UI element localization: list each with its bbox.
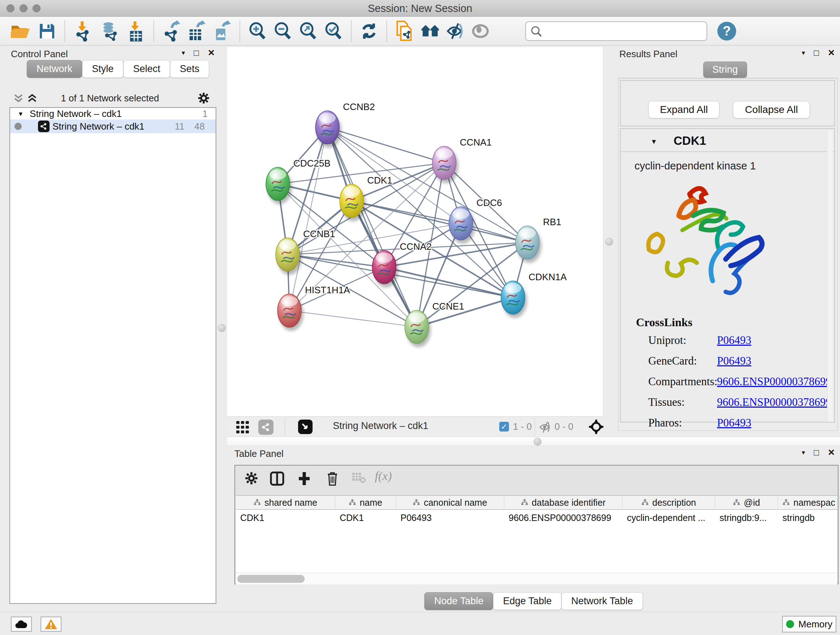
edge-CCNE1-CDKN1A[interactable]: [417, 298, 513, 327]
edge-CCNB2-CCNA1[interactable]: [327, 127, 444, 163]
open-session-button[interactable]: [10, 20, 30, 42]
network-node-count: 11: [175, 121, 185, 132]
search-input[interactable]: [525, 21, 707, 41]
network-overview-button[interactable]: [420, 20, 441, 42]
clone-network-button[interactable]: [394, 20, 415, 42]
cell-6[interactable]: stringdb: [778, 510, 840, 525]
edge-CCNB2-HIST1H1A[interactable]: [289, 127, 327, 310]
column-header-4[interactable]: description: [622, 496, 715, 509]
selected-checkbox-icon[interactable]: ✓: [499, 422, 509, 432]
tab-select[interactable]: Select: [123, 60, 170, 78]
left-splitter-handle[interactable]: [218, 324, 226, 332]
zoom-out-button[interactable]: [273, 20, 293, 42]
cell-1[interactable]: CDK1: [335, 510, 396, 525]
network-collection-row[interactable]: ▾ String Network – cdk1 1: [10, 108, 216, 119]
node-CDKN1A[interactable]: CDKN1A: [501, 272, 567, 318]
zoom-fit-button[interactable]: [298, 20, 318, 42]
string-network-graph[interactable]: CCNB2CCNA1CDC25BCDK1CDC6RB1CCNB1CCNA2CDK…: [227, 47, 603, 416]
cell-2[interactable]: P06493: [396, 510, 504, 525]
node-CDC6[interactable]: CDC6: [449, 197, 502, 244]
column-header-0[interactable]: shared name: [236, 496, 335, 509]
delete-column-icon[interactable]: [326, 471, 339, 486]
left-splitter[interactable]: [216, 47, 227, 440]
tab-style[interactable]: Style: [82, 60, 123, 78]
panel-float-icon[interactable]: ▾: [802, 448, 805, 457]
save-session-button[interactable]: [37, 20, 57, 42]
edge-CCNE1-HIST1H1A[interactable]: [289, 310, 417, 327]
expand-all-button[interactable]: Expand All: [648, 101, 720, 119]
edge-CCNB2-CCNE1[interactable]: [327, 127, 417, 327]
gene-caret-icon[interactable]: ▾: [652, 137, 656, 146]
network-view-canvas[interactable]: CCNB2CCNA1CDC25BCDK1CDC6RB1CCNB1CCNA2CDK…: [227, 47, 603, 416]
refresh-view-button[interactable]: [359, 20, 379, 42]
zoom-in-button[interactable]: [248, 20, 268, 42]
panel-maximize-icon[interactable]: □: [813, 49, 819, 57]
crosslink-link-2[interactable]: 9606.ENSP00000378699: [717, 375, 831, 388]
column-header-2[interactable]: canonical name: [396, 496, 504, 509]
cell-4[interactable]: cyclin-dependent ...: [622, 510, 715, 525]
node-RB1[interactable]: RB1: [515, 217, 561, 263]
fit-selection-crosshair-icon[interactable]: [589, 420, 603, 434]
table-row[interactable]: CDK1CDK1P064939606.ENSP00000378699cyclin…: [236, 510, 837, 525]
export-image-button[interactable]: [212, 20, 232, 42]
tab-node-table[interactable]: Node Table: [424, 592, 493, 610]
network-row[interactable]: String Network – cdk1 11 48: [10, 119, 216, 133]
crosslink-link-4[interactable]: P06493: [717, 416, 752, 429]
table-horizontal-scrollbar[interactable]: [236, 573, 837, 584]
panel-close-icon[interactable]: ✕: [208, 49, 215, 57]
zoom-selected-button[interactable]: [324, 20, 344, 42]
column-header-1[interactable]: name: [335, 496, 396, 509]
grid-view-icon[interactable]: [236, 421, 251, 434]
cloud-button[interactable]: [11, 616, 32, 632]
network-badge-icon[interactable]: [258, 420, 273, 435]
panel-float-icon[interactable]: ▾: [802, 49, 805, 57]
column-header-5[interactable]: @id: [715, 496, 778, 509]
network-options-gear-icon[interactable]: [197, 92, 210, 104]
node-CCNA1[interactable]: CCNA1: [432, 137, 492, 183]
edge-CCNA2-CDKN1A[interactable]: [384, 267, 513, 298]
cell-3[interactable]: 9606.ENSP00000378699: [504, 510, 622, 525]
crosslink-link-1[interactable]: P06493: [717, 355, 752, 367]
scrollbar-thumb[interactable]: [237, 575, 305, 583]
panel-close-icon[interactable]: ✕: [828, 49, 835, 57]
collapse-all-button[interactable]: Collapse All: [733, 101, 810, 119]
import-network-from-database-button[interactable]: [100, 20, 120, 42]
show-columns-icon[interactable]: [270, 471, 284, 486]
table-gear-icon[interactable]: [245, 471, 258, 485]
tab-sets[interactable]: Sets: [170, 60, 209, 78]
add-column-icon[interactable]: [297, 471, 311, 486]
import-network-button[interactable]: [73, 20, 93, 42]
tab-network[interactable]: Network: [27, 60, 82, 78]
hide-graphics-button[interactable]: [446, 20, 466, 42]
panel-close-icon[interactable]: ✕: [828, 448, 835, 457]
crosslink-link-3[interactable]: 9606.ENSP00000378699: [717, 396, 831, 409]
gene-section-header[interactable]: ▾ CDK1: [621, 129, 834, 152]
memory-button[interactable]: Memory: [782, 616, 836, 632]
panel-maximize-icon[interactable]: □: [813, 448, 819, 457]
column-header-3[interactable]: database identifier: [504, 496, 622, 509]
collection-caret-icon[interactable]: ▾: [19, 109, 22, 118]
node-CCNE1[interactable]: CCNE1: [405, 301, 464, 347]
panel-float-icon[interactable]: ▾: [182, 49, 185, 57]
help-button[interactable]: ?: [717, 20, 737, 42]
cell-5[interactable]: stringdb:9...: [715, 510, 778, 525]
open-in-window-icon[interactable]: [298, 420, 313, 434]
node-CCNB2[interactable]: CCNB2: [316, 101, 375, 148]
show-graphics-button[interactable]: [470, 20, 491, 42]
warning-button[interactable]: [41, 616, 62, 632]
crosslink-link-0[interactable]: P06493: [717, 334, 752, 347]
tab-string[interactable]: String: [703, 62, 747, 78]
column-header-6[interactable]: namespac: [778, 496, 840, 509]
export-network-button[interactable]: [161, 20, 182, 42]
results-scrollbar[interactable]: [827, 130, 833, 422]
right-splitter-handle[interactable]: [605, 238, 613, 246]
right-splitter[interactable]: [603, 47, 615, 440]
tab-network-table[interactable]: Network Table: [561, 592, 643, 610]
tab-edge-table[interactable]: Edge Table: [493, 592, 561, 610]
import-table-button[interactable]: [126, 20, 146, 42]
horizontal-splitter-handle[interactable]: [534, 438, 542, 446]
panel-maximize-icon[interactable]: □: [194, 49, 199, 57]
cell-0[interactable]: CDK1: [236, 510, 335, 525]
export-table-button[interactable]: [187, 20, 207, 42]
edge-CCNB2-RB1[interactable]: [327, 127, 527, 242]
